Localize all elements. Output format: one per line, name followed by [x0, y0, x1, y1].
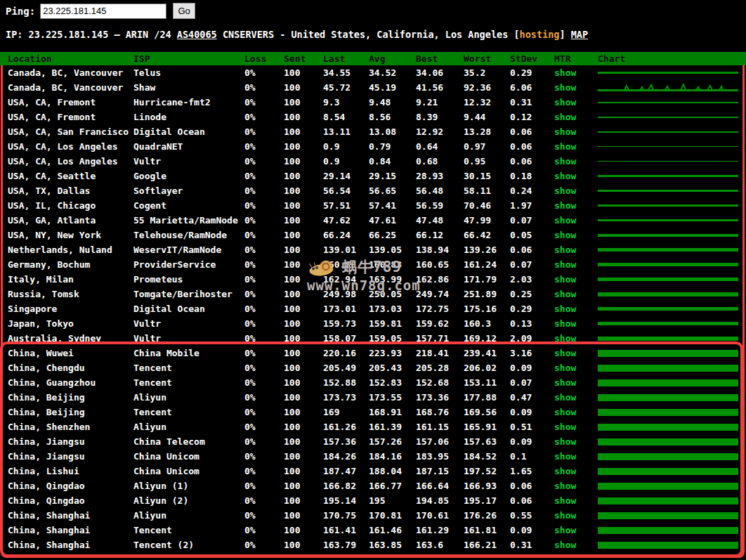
ping-label: Ping: [6, 6, 35, 17]
mtr-show-link[interactable]: show [554, 82, 576, 93]
latency-sparkline [598, 512, 738, 519]
cell-mtr: show [554, 390, 598, 405]
cell-isp: WeservIT/RamNode [133, 242, 244, 257]
mtr-show-link[interactable]: show [554, 185, 576, 196]
cell-loss: 0% [244, 95, 284, 110]
mtr-show-link[interactable]: show [554, 274, 576, 285]
mtr-show-link[interactable]: show [554, 245, 576, 255]
mtr-show-link[interactable]: show [554, 540, 576, 550]
mtr-show-link[interactable]: show [554, 171, 576, 181]
mtr-show-link[interactable]: show [554, 466, 576, 476]
mtr-show-link[interactable]: show [554, 215, 576, 226]
cell-mtr: show [554, 139, 598, 154]
mtr-show-link[interactable]: show [554, 348, 576, 358]
cell-sent: 100 [284, 65, 323, 80]
cell-stdev: 0.1 [510, 449, 554, 464]
mtr-show-link[interactable]: show [554, 304, 576, 314]
mtr-show-link[interactable]: show [554, 112, 576, 122]
asn-link[interactable]: AS40065 [177, 29, 217, 40]
cell-best: 170.61 [416, 508, 464, 523]
table-row: China, WuweiChina Mobile0%100220.16223.9… [0, 346, 746, 360]
mtr-show-link[interactable]: show [554, 363, 576, 373]
table-row: China, ShanghaiAliyun0%100170.75170.8117… [0, 508, 746, 523]
mtr-show-link[interactable]: show [554, 510, 576, 521]
cell-last: 9.3 [323, 95, 369, 110]
cell-chart [598, 124, 746, 139]
cell-sent: 100 [284, 316, 323, 331]
mtr-show-link[interactable]: show [554, 451, 576, 462]
cell-chart [598, 80, 746, 95]
cell-isp: Google [133, 169, 244, 183]
cell-stdev: 6.06 [510, 80, 554, 95]
map-link[interactable]: MAP [571, 29, 588, 40]
mtr-show-link[interactable]: show [554, 156, 576, 167]
cell-isp: China Mobile [133, 346, 244, 360]
table-row: Italy, MilanPrometeus0%100162.94163.9916… [0, 272, 746, 287]
cell-sent: 100 [284, 139, 323, 154]
table-row: China, JiangsuChina Unicom0%100184.26184… [0, 449, 746, 464]
cell-location: China, Beijing [8, 405, 133, 419]
cell-sent: 100 [284, 331, 323, 346]
mtr-show-link[interactable]: show [554, 377, 576, 388]
mtr-show-link[interactable]: show [554, 289, 576, 299]
cell-loss: 0% [244, 257, 284, 272]
cell-avg: 223.93 [369, 346, 416, 360]
cell-avg: 157.26 [369, 434, 416, 449]
cell-best: 56.59 [416, 198, 464, 213]
cell-mtr: show [554, 375, 598, 390]
latency-sparkline [598, 292, 738, 297]
header-cell-worst: Worst [464, 52, 510, 65]
mtr-show-link[interactable]: show [554, 67, 576, 78]
cell-chart [598, 360, 746, 375]
mtr-show-link[interactable]: show [554, 333, 576, 344]
mtr-show-link[interactable]: show [554, 259, 576, 270]
mtr-show-link[interactable]: show [554, 392, 576, 403]
mtr-show-link[interactable]: show [554, 126, 576, 137]
cell-isp: QuadraNET [133, 139, 244, 154]
cell-stdev: 0.09 [510, 434, 554, 449]
mtr-show-link[interactable]: show [554, 200, 576, 211]
cell-chart [598, 154, 746, 169]
cell-best: 28.93 [416, 169, 464, 183]
cell-isp: Aliyun (2) [133, 493, 244, 508]
table-row: USA, CA, FremontLinode0%1008.548.568.399… [0, 110, 746, 124]
mtr-show-link[interactable]: show [554, 495, 576, 506]
latency-sparkline [598, 424, 738, 431]
table-row: Netherlands, NulandWeservIT/RamNode0%100… [0, 242, 746, 257]
mtr-show-link[interactable]: show [554, 318, 576, 329]
latency-sparkline [598, 175, 738, 177]
mtr-show-link[interactable]: show [554, 141, 576, 152]
latency-sparkline [598, 146, 738, 147]
table-body: Canada, BC, VancouverTelus0%10034.5534.5… [0, 65, 746, 552]
cell-worst: 169.12 [464, 331, 510, 346]
cell-avg: 170.81 [369, 508, 416, 523]
cell-sent: 100 [284, 110, 323, 124]
cell-mtr: show [554, 449, 598, 464]
mtr-show-link[interactable]: show [554, 436, 576, 447]
cell-avg: 57.41 [369, 198, 416, 213]
cell-stdev: 0.06 [510, 478, 554, 493]
latency-sparkline [598, 117, 738, 118]
mtr-show-link[interactable]: show [554, 525, 576, 535]
mtr-show-link[interactable]: show [554, 422, 576, 432]
cell-chart [598, 228, 746, 242]
header-cell-sent: Sent [284, 52, 323, 65]
cell-loss: 0% [244, 124, 284, 139]
cell-chart [598, 390, 746, 405]
cell-mtr: show [554, 154, 598, 169]
latency-sparkline [598, 322, 738, 325]
mtr-show-link[interactable]: show [554, 481, 576, 491]
cell-location: Australia, Sydney [8, 331, 133, 346]
mtr-show-link[interactable]: show [554, 230, 576, 240]
mtr-show-link[interactable]: show [554, 97, 576, 108]
mtr-show-link[interactable]: show [554, 407, 576, 417]
cell-sent: 100 [284, 493, 323, 508]
cell-best: 162.86 [416, 272, 464, 287]
table-row: USA, TX, DallasSoftlayer0%10056.5456.655… [0, 183, 746, 198]
cell-isp: Hurricane-fmt2 [133, 95, 244, 110]
go-button[interactable]: Go [173, 3, 195, 19]
ping-input[interactable] [40, 4, 166, 19]
cell-worst: 161.24 [464, 257, 510, 272]
cell-avg: 47.61 [369, 213, 416, 228]
latency-sparkline [598, 72, 738, 74]
